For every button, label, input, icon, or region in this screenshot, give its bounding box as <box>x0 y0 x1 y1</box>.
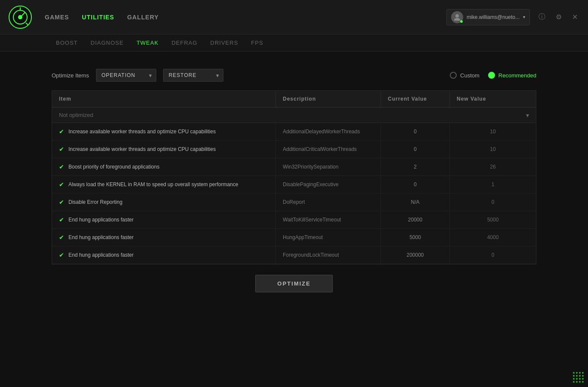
data-rows: ✔ Increase available worker threads and … <box>52 123 536 264</box>
nav-diagnose[interactable]: DIAGNOSE <box>91 40 124 46</box>
row-desc-7: ForegroundLockTimeout <box>276 247 381 263</box>
row-new-0: 10 <box>450 123 536 140</box>
not-optimized-text: Not optimized <box>59 112 93 118</box>
row-current-4: N/A <box>381 194 450 210</box>
dot <box>573 381 575 383</box>
check-icon: ✔ <box>59 252 64 258</box>
row-item-7: ✔ End hung applications faster <box>52 246 276 264</box>
custom-radio[interactable]: Custom <box>450 72 480 79</box>
row-current-5: 20000 <box>381 212 450 228</box>
operation-dropdown[interactable]: OPERATION <box>96 69 156 82</box>
table-row: ✔ Increase available worker threads and … <box>52 141 536 158</box>
main-nav: GAMES UTILITIES GALLERY <box>45 14 446 21</box>
item-text: Boost priority of foreground application… <box>68 164 159 170</box>
check-icon: ✔ <box>59 128 64 135</box>
svg-point-6 <box>455 14 459 18</box>
row-item-3: ✔ Always load the KERNEL in RAM to speed… <box>52 176 276 193</box>
nav-fps[interactable]: FPS <box>251 40 263 46</box>
row-desc-2: Win32PrioritySeparation <box>276 159 381 175</box>
top-bar: GAMES UTILITIES GALLERY mike.williams@nu… <box>0 0 588 34</box>
avatar <box>451 11 463 23</box>
row-current-2: 2 <box>381 159 450 175</box>
bottom-dots-decoration <box>573 372 584 383</box>
restore-dropdown[interactable]: RESTORE <box>163 69 223 82</box>
dot <box>576 378 578 380</box>
main-content: Optimize Items OPERATION RESTORE Custom … <box>0 52 588 387</box>
dot <box>579 375 581 377</box>
dot <box>579 372 581 374</box>
user-name: mike.williams@nueto... <box>467 14 520 20</box>
dot <box>582 372 584 374</box>
row-item-2: ✔ Boost priority of foreground applicati… <box>52 158 276 175</box>
row-current-3: 0 <box>381 176 450 193</box>
dot <box>573 375 575 377</box>
row-item-0: ✔ Increase available worker threads and … <box>52 123 276 140</box>
top-right-controls: mike.williams@nueto... ▾ ⓘ ⚙ ✕ <box>446 9 579 25</box>
tweak-table-wrapper: Item Description Current Value New Value… <box>52 90 536 264</box>
nav-defrag[interactable]: DEFRAG <box>171 40 197 46</box>
table-row: ✔ Always load the KERNEL in RAM to speed… <box>52 176 536 194</box>
row-desc-3: DisablePagingExecutive <box>276 176 381 193</box>
col-current: Current Value <box>381 91 450 107</box>
optimize-button[interactable]: OPTIMIZE <box>255 275 332 292</box>
recommended-radio-circle <box>488 72 495 79</box>
col-description: Description <box>276 91 381 107</box>
nav-games[interactable]: GAMES <box>45 14 69 21</box>
row-item-5: ✔ End hung applications faster <box>52 211 276 228</box>
restore-dropdown-wrapper[interactable]: RESTORE <box>163 69 223 82</box>
table-row: ✔ Increase available worker threads and … <box>52 123 536 141</box>
close-icon[interactable]: ✕ <box>570 11 579 23</box>
nav-gallery[interactable]: GALLERY <box>127 14 158 21</box>
dot <box>573 378 575 380</box>
item-text: Disable Error Reporting <box>68 199 122 205</box>
dot <box>579 378 581 380</box>
item-text: Always load the KERNEL in RAM to speed u… <box>68 181 238 187</box>
row-current-6: 5000 <box>381 229 450 246</box>
item-text: Increase available worker threads and op… <box>68 129 216 135</box>
optimize-items-label: Optimize Items <box>52 72 89 79</box>
operation-dropdown-wrapper[interactable]: OPERATION <box>96 69 156 82</box>
not-optimized-row[interactable]: Not optimized ▾ <box>52 108 536 123</box>
item-text: End hung applications faster <box>68 252 133 258</box>
nav-utilities[interactable]: UTILITIES <box>82 14 114 21</box>
row-desc-4: DoReport <box>276 194 381 210</box>
custom-radio-label: Custom <box>460 72 480 79</box>
check-icon: ✔ <box>59 234 64 241</box>
row-item-1: ✔ Increase available worker threads and … <box>52 141 276 158</box>
row-new-2: 26 <box>450 159 536 175</box>
check-icon: ✔ <box>59 216 64 223</box>
dot <box>573 372 575 374</box>
dot <box>582 381 584 383</box>
row-desc-6: HungAppTimeout <box>276 229 381 246</box>
sub-nav: BOOST DIAGNOSE TWEAK DEFRAG DRIVERS FPS <box>0 34 588 52</box>
info-icon[interactable]: ⓘ <box>537 11 547 23</box>
user-badge[interactable]: mike.williams@nueto... ▾ <box>446 9 530 25</box>
col-new: New Value <box>450 91 536 107</box>
dot <box>576 372 578 374</box>
gear-icon[interactable]: ⚙ <box>554 11 563 23</box>
row-new-6: 4000 <box>450 229 536 246</box>
check-icon: ✔ <box>59 181 64 188</box>
check-icon: ✔ <box>59 163 64 170</box>
nav-drivers[interactable]: DRIVERS <box>210 40 238 46</box>
nav-boost[interactable]: BOOST <box>56 40 78 46</box>
nav-tweak[interactable]: TWEAK <box>136 40 158 46</box>
recommended-radio-label: Recommended <box>498 72 536 79</box>
row-current-1: 0 <box>381 141 450 157</box>
recommended-radio[interactable]: Recommended <box>488 72 536 79</box>
dot <box>576 381 578 383</box>
row-desc-5: WaitToKillServiceTimeout <box>276 212 381 228</box>
item-text: Increase available worker threads and op… <box>68 146 216 152</box>
row-new-7: 0 <box>450 247 536 263</box>
item-text: End hung applications faster <box>68 217 133 223</box>
dot <box>582 375 584 377</box>
app-logo <box>9 6 32 29</box>
row-current-7: 200000 <box>381 247 450 263</box>
dot <box>582 378 584 380</box>
check-icon: ✔ <box>59 199 64 206</box>
table-row: ✔ End hung applications faster WaitToKil… <box>52 211 536 229</box>
row-current-0: 0 <box>381 123 450 140</box>
custom-radio-circle <box>450 72 457 79</box>
dot <box>579 381 581 383</box>
table-row: ✔ Disable Error Reporting DoReport N/A 0 <box>52 194 536 211</box>
